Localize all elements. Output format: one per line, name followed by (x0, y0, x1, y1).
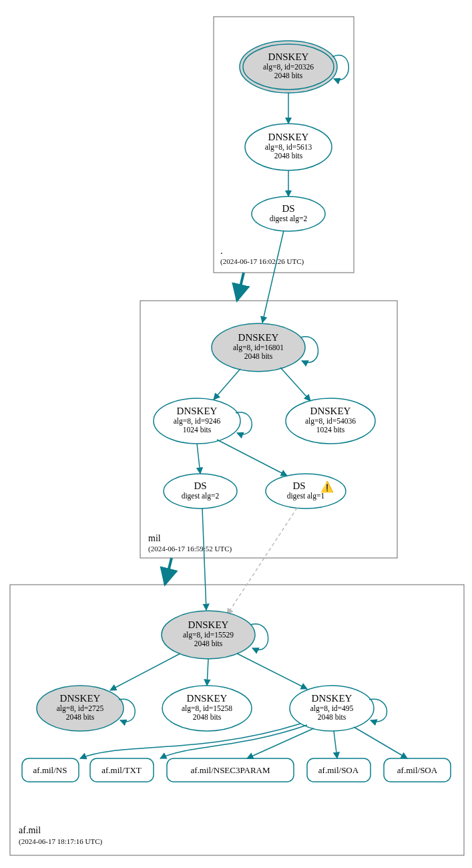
node-af-k3: DNSKEY alg=8, id=15258 2048 bits (162, 686, 252, 731)
svg-line-24 (214, 369, 240, 400)
node-af-k2: DNSKEY alg=8, id=2725 2048 bits (37, 686, 124, 731)
svg-text:DNSKEY: DNSKEY (188, 619, 229, 630)
svg-text:alg=8, id=15258: alg=8, id=15258 (182, 704, 232, 713)
node-af-k4: DNSKEY alg=8, id=495 2048 bits (290, 686, 374, 731)
svg-text:DNSKEY: DNSKEY (238, 332, 279, 343)
svg-line-49 (110, 654, 180, 690)
svg-text:DNSKEY: DNSKEY (177, 406, 218, 416)
svg-text:1024 bits: 1024 bits (183, 426, 212, 434)
svg-text:alg=8, id=2725: alg=8, id=2725 (57, 704, 104, 713)
svg-text:2048 bits: 2048 bits (274, 152, 303, 160)
zone-mil-label: mil (148, 533, 161, 543)
svg-point-30 (164, 474, 237, 509)
svg-point-10 (252, 196, 325, 231)
svg-text:2048 bits: 2048 bits (274, 71, 303, 80)
node-root-ksk: DNSKEY alg=8, id=20326 2048 bits (240, 41, 337, 93)
svg-text:alg=8, id=495: alg=8, id=495 (310, 704, 354, 713)
svg-point-34 (266, 474, 346, 509)
leaf-ns: af.mil/NS (22, 758, 79, 782)
svg-line-71 (334, 731, 337, 758)
svg-text:af.mil/SOA: af.mil/SOA (397, 765, 438, 775)
node-root-zsk: DNSKEY alg=8, id=5613 2048 bits (245, 124, 332, 170)
svg-text:af.mil/NS: af.mil/NS (33, 765, 67, 775)
svg-text:DS: DS (194, 480, 206, 491)
node-mil-ds1: DS digest alg=2 (164, 474, 237, 509)
node-root-ds: DS digest alg=2 (252, 196, 325, 231)
zone-root-label: . (220, 246, 223, 256)
svg-text:DNSKEY: DNSKEY (312, 693, 352, 704)
svg-line-72 (354, 727, 407, 758)
svg-line-37 (217, 440, 287, 476)
node-mil-zsk1: DNSKEY alg=8, id=9246 1024 bits (154, 398, 240, 444)
svg-line-39 (202, 509, 206, 610)
zone-root-ts: (2024-06-17 16:02:26 UTC) (220, 257, 304, 266)
leaf-soa1: af.mil/SOA (307, 758, 371, 782)
svg-text:DNSKEY: DNSKEY (187, 693, 228, 704)
svg-text:alg=8, id=54036: alg=8, id=54036 (305, 417, 356, 426)
zone-afmil-label: af.mil (19, 825, 41, 835)
leaf-soa2: af.mil/SOA (384, 758, 451, 782)
svg-line-38 (165, 558, 172, 585)
node-af-ksk: DNSKEY alg=8, id=15529 2048 bits (162, 611, 255, 659)
svg-text:2048 bits: 2048 bits (193, 713, 222, 721)
svg-line-29 (280, 368, 310, 401)
svg-text:af.mil/NSEC3PARAM: af.mil/NSEC3PARAM (190, 765, 270, 775)
svg-text:2048 bits: 2048 bits (194, 639, 223, 647)
svg-text:alg=8, id=15529: alg=8, id=15529 (183, 631, 234, 639)
svg-text:DNSKEY: DNSKEY (310, 406, 351, 416)
svg-text:alg=8, id=20326: alg=8, id=20326 (263, 63, 314, 71)
svg-text:2048 bits: 2048 bits (66, 713, 95, 721)
svg-line-15 (262, 231, 284, 323)
svg-text:digest alg=1: digest alg=1 (287, 492, 325, 500)
zone-afmil-ts: (2024-06-17 18:17:16 UTC) (19, 837, 103, 846)
svg-line-54 (207, 659, 208, 686)
svg-line-40 (227, 508, 297, 615)
svg-line-14 (237, 273, 244, 301)
svg-text:DNSKEY: DNSKEY (60, 693, 101, 704)
dnssec-graph: . (2024-06-17 16:02:26 UTC) DNSKEY alg=8… (0, 0, 472, 868)
svg-text:DNSKEY: DNSKEY (268, 132, 309, 142)
svg-text:1024 bits: 1024 bits (316, 426, 345, 434)
node-mil-zsk2: DNSKEY alg=8, id=54036 1024 bits (286, 398, 375, 444)
leaf-nsec: af.mil/NSEC3PARAM (167, 758, 294, 782)
svg-text:af.mil/TXT: af.mil/TXT (101, 765, 142, 775)
node-mil-ksk: DNSKEY alg=8, id=16801 2048 bits (212, 323, 305, 372)
svg-text:2048 bits: 2048 bits (244, 352, 273, 360)
svg-text:DS: DS (282, 203, 294, 214)
node-mil-ds2: DS ⚠️ digest alg=1 (266, 474, 346, 509)
svg-text:alg=8, id=16801: alg=8, id=16801 (233, 343, 284, 352)
svg-text:DS: DS (292, 480, 305, 491)
zone-mil-ts: (2024-06-17 16:59:52 UTC) (148, 545, 232, 553)
svg-text:2048 bits: 2048 bits (318, 713, 346, 721)
svg-text:af.mil/SOA: af.mil/SOA (318, 765, 359, 775)
leaf-txt: af.mil/TXT (90, 758, 154, 782)
svg-line-59 (237, 654, 307, 689)
svg-line-33 (197, 444, 200, 474)
svg-text:digest alg=2: digest alg=2 (270, 214, 308, 223)
svg-text:DNSKEY: DNSKEY (268, 51, 309, 62)
svg-text:digest alg=2: digest alg=2 (182, 492, 220, 500)
svg-text:alg=8, id=9246: alg=8, id=9246 (174, 417, 221, 426)
svg-text:alg=8, id=5613: alg=8, id=5613 (265, 143, 312, 152)
